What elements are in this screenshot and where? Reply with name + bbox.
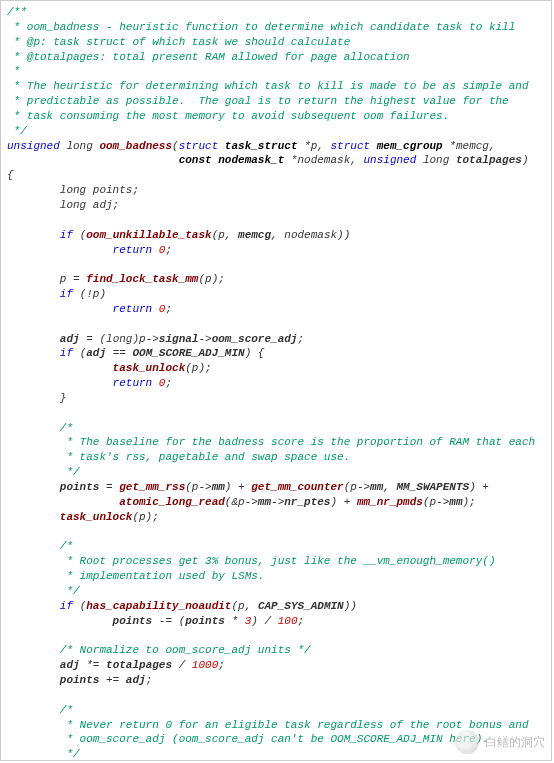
brace-open: { <box>7 169 14 181</box>
comment: * predictable as possible. The goal is t… <box>7 95 509 107</box>
if-cap: if (has_capability_noaudit(p, CAP_SYS_AD… <box>7 599 549 614</box>
watermark-avatar-icon <box>455 730 479 754</box>
code-container: /** * oom_badness - heuristic function t… <box>0 0 552 761</box>
comment: * <box>7 65 20 77</box>
return-0: return 0; <box>7 302 549 317</box>
comment: * @totalpages: total present RAM allowed… <box>7 51 410 63</box>
comment: * implementation used by LSMs. <box>7 570 264 582</box>
fn-signature-2: const nodemask_t *nodemask, unsigned lon… <box>7 153 549 168</box>
comment: * Root processes get 3% bonus, just like… <box>7 555 495 567</box>
comment: */ <box>7 466 80 478</box>
if-not-p: if (!p) <box>7 287 549 302</box>
adj-mul: adj *= totalpages / 1000; <box>7 658 549 673</box>
task-unlock: task_unlock(p); <box>7 361 549 376</box>
comment: * oom_badness - heuristic function to de… <box>7 21 515 33</box>
decl: long adj; <box>7 199 119 211</box>
comment: * oom_score_adj (oom_score_adj can't be … <box>7 733 489 745</box>
points-sub: points -= (points * 3) / 100; <box>7 614 549 629</box>
comment: /* <box>7 422 73 434</box>
if-adj-min: if (adj == OOM_SCORE_ADJ_MIN) { <box>7 346 549 361</box>
return-0: return 0; <box>7 243 549 258</box>
comment: */ <box>7 585 80 597</box>
if-unkillable: if (oom_unkillable_task(p, memcg, nodema… <box>7 228 549 243</box>
comment: * The baseline for the badness score is … <box>7 436 535 448</box>
decl: long points; <box>7 184 139 196</box>
comment: /* Normalize to oom_score_adj units */ <box>7 644 311 656</box>
comment: */ <box>7 748 80 760</box>
task-unlock-2: task_unlock(p); <box>7 510 549 525</box>
points-eq: points = get_mm_rss(p->mm) + get_mm_coun… <box>7 480 549 495</box>
find-lock: p = find_lock_task_mm(p); <box>7 272 549 287</box>
return-0: return 0; <box>7 376 549 391</box>
comment: /* <box>7 704 73 716</box>
comment: /* <box>7 540 73 552</box>
brace-close: } <box>7 392 66 404</box>
comment: * Never return 0 for an eligible task re… <box>7 719 529 731</box>
comment: * The heuristic for determining which ta… <box>7 80 529 92</box>
comment: */ <box>7 125 27 137</box>
fn-signature-1: unsigned long oom_badness(struct task_st… <box>7 139 549 154</box>
comment: /** <box>7 6 27 18</box>
watermark-label: 白鳝的洞穴 <box>485 734 545 750</box>
comment: * task consuming the most memory to avoi… <box>7 110 449 122</box>
comment: * @p: task struct of which task we shoul… <box>7 36 350 48</box>
adj-assign: adj = (long)p->signal->oom_score_adj; <box>7 332 549 347</box>
watermark: 白鳝的洞穴 <box>455 730 545 754</box>
points-eq-2: atomic_long_read(&p->mm->nr_ptes) + mm_n… <box>7 495 549 510</box>
points-add: points += adj; <box>7 673 549 688</box>
comment: * task's rss, pagetable and swap space u… <box>7 451 350 463</box>
